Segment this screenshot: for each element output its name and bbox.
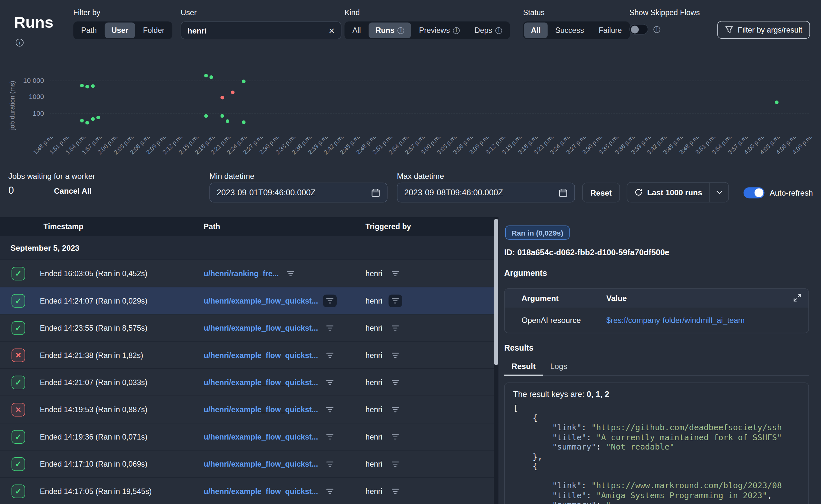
expand-icon[interactable] <box>793 294 802 304</box>
info-icon[interactable]: i <box>397 27 404 34</box>
show-skipped-toggle[interactable] <box>630 24 648 34</box>
filter-by-args-button[interactable]: Filter by args/result <box>717 21 810 39</box>
run-path-link[interactable]: u/henri/example_flow_quickst... <box>204 433 318 441</box>
min-datetime-input[interactable] <box>217 188 371 197</box>
calendar-icon[interactable] <box>371 188 380 197</box>
info-icon[interactable]: i <box>653 26 660 33</box>
user-filter-field: × <box>181 22 341 39</box>
run-path-link[interactable]: u/henri/example_flow_quickst... <box>204 297 318 305</box>
data-point[interactable] <box>91 84 94 88</box>
run-path-link[interactable]: u/henri/ranking_fre... <box>204 269 279 278</box>
filter-by-option-folder[interactable]: Folder <box>136 23 171 38</box>
path-filter-button[interactable] <box>323 349 337 362</box>
filter-by-group: Filter by PathUserFolder <box>73 8 172 39</box>
run-path-link[interactable]: u/henri/example_flow_quickst... <box>204 351 318 360</box>
data-point[interactable] <box>80 119 84 122</box>
auto-refresh-toggle[interactable] <box>744 187 765 198</box>
kind-option-label: Deps <box>474 26 492 34</box>
kind-option-deps[interactable]: Depsi <box>468 23 509 38</box>
data-point[interactable] <box>96 116 100 119</box>
kind-option-all[interactable]: All <box>346 23 367 38</box>
triggered-by-filter-button[interactable] <box>388 295 402 307</box>
calendar-icon[interactable] <box>559 188 568 197</box>
table-row[interactable]: ✓Ended 14:17:05 (Ran in 19,545s)u/henri/… <box>0 478 499 504</box>
filter-by-option-user[interactable]: User <box>104 23 135 38</box>
path-filter-button[interactable] <box>284 267 298 280</box>
table-row[interactable]: ✓Ended 16:03:05 (Ran in 0,452s)u/henri/r… <box>0 260 499 287</box>
path-filter-button[interactable] <box>323 295 337 307</box>
info-icon[interactable]: i <box>16 39 24 46</box>
code-line: }, <box>513 452 800 461</box>
success-icon: ✓ <box>12 457 25 471</box>
table-row[interactable]: ✓Ended 14:23:55 (Ran in 8,575s)u/henri/e… <box>0 315 499 342</box>
path-filter-button[interactable] <box>323 431 337 443</box>
path-filter-button[interactable] <box>323 403 337 416</box>
path-filter-button[interactable] <box>323 376 337 389</box>
min-datetime-label: Min datetime <box>209 172 254 181</box>
table-row[interactable]: ✓Ended 14:21:07 (Ran in 0,033s)u/henri/e… <box>0 369 499 396</box>
path-filter-button[interactable] <box>323 322 337 334</box>
status-toggle: AllSuccessFailure <box>523 22 630 39</box>
filter-by-option-label: User <box>112 26 128 34</box>
reset-button[interactable]: Reset <box>582 183 620 203</box>
data-point[interactable] <box>775 101 778 104</box>
data-point[interactable] <box>231 91 234 94</box>
table-row[interactable]: ✓Ended 14:24:07 (Ran in 0,029s)u/henri/e… <box>0 287 499 314</box>
user-filter-input[interactable] <box>187 26 328 35</box>
tab-result[interactable]: Result <box>504 358 543 376</box>
scrollbar-thumb[interactable] <box>494 219 498 365</box>
triggered-by-filter-button[interactable] <box>388 349 402 362</box>
run-path-link[interactable]: u/henri/example_flow_quickst... <box>204 405 318 414</box>
kind-option-previews[interactable]: Previewsi <box>412 23 467 38</box>
triggered-by-filter-button[interactable] <box>388 403 402 416</box>
data-point[interactable] <box>80 84 84 87</box>
resource-link[interactable]: $res:f/company-folder/windmill_ai_team <box>606 315 745 325</box>
cancel-all-button[interactable]: Cancel All <box>54 186 92 195</box>
data-point[interactable] <box>85 85 89 88</box>
kind-option-runs[interactable]: Runsi <box>368 23 411 38</box>
data-point[interactable] <box>220 96 224 99</box>
data-point[interactable] <box>220 114 224 117</box>
table-row[interactable]: ✓Ended 14:17:10 (Ran in 0,069s)u/henri/e… <box>0 451 499 478</box>
data-point[interactable] <box>204 74 208 77</box>
last-runs-dropdown[interactable] <box>709 183 728 202</box>
filter-icon <box>392 434 399 440</box>
status-option-all[interactable]: All <box>524 23 547 38</box>
data-point[interactable] <box>242 120 245 124</box>
triggered-by-filter-button[interactable] <box>388 376 402 389</box>
triggered-by-filter-button[interactable] <box>388 431 402 443</box>
data-point[interactable] <box>91 117 94 121</box>
arguments-table-header: Argument Value <box>505 289 808 307</box>
triggered-by-filter-button[interactable] <box>388 458 402 470</box>
max-datetime-input[interactable] <box>404 188 559 197</box>
run-path-link[interactable]: u/henri/example_flow_quickst... <box>204 487 318 496</box>
table-row[interactable]: ×Ended 14:19:53 (Ran in 0,887s)u/henri/e… <box>0 396 499 423</box>
run-path-link[interactable]: u/henri/example_flow_quickst... <box>204 378 318 387</box>
triggered-by-filter-button[interactable] <box>388 267 402 280</box>
data-point[interactable] <box>85 121 89 124</box>
triggered-by-filter-button[interactable] <box>388 485 402 498</box>
path-filter-button[interactable] <box>323 485 337 498</box>
result-keys-values: 0, 1, 2 <box>587 390 609 399</box>
table-row[interactable]: ×Ended 14:21:38 (Ran in 1,82s)u/henri/ex… <box>0 342 499 369</box>
filter-by-args-label: Filter by args/result <box>738 26 802 34</box>
info-icon[interactable]: i <box>453 27 460 34</box>
info-icon[interactable]: i <box>495 27 502 34</box>
path-cell: u/henri/example_flow_quickst... <box>204 396 337 423</box>
status-option-failure[interactable]: Failure <box>592 23 629 38</box>
run-path-link[interactable]: u/henri/example_flow_quickst... <box>204 460 318 468</box>
run-path-link[interactable]: u/henri/example_flow_quickst... <box>204 324 318 332</box>
clear-icon[interactable]: × <box>329 25 335 35</box>
tab-logs[interactable]: Logs <box>543 358 575 375</box>
triggered-by-filter-button[interactable] <box>388 322 402 334</box>
path-filter-button[interactable] <box>323 458 337 470</box>
status-option-success[interactable]: Success <box>549 23 591 38</box>
table-row[interactable]: ✓Ended 14:19:36 (Ran in 0,071s)u/henri/e… <box>0 423 499 451</box>
status-label: Status <box>523 8 630 17</box>
data-point[interactable] <box>242 80 245 83</box>
data-point[interactable] <box>209 75 213 79</box>
last-runs-button[interactable]: Last 1000 runs <box>627 182 729 202</box>
data-point[interactable] <box>226 119 229 123</box>
filter-by-option-path[interactable]: Path <box>74 23 104 38</box>
data-point[interactable] <box>204 114 208 118</box>
